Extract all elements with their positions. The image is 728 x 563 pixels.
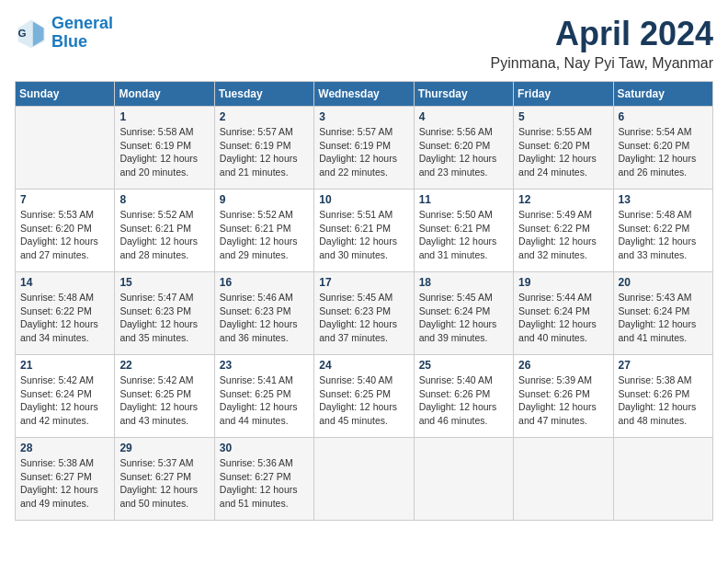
calendar-cell: 9Sunrise: 5:52 AM Sunset: 6:21 PM Daylig…	[214, 190, 313, 272]
day-number: 14	[20, 276, 109, 289]
calendar-col-header: Monday	[115, 82, 214, 107]
calendar-cell: 11Sunrise: 5:50 AM Sunset: 6:21 PM Dayli…	[414, 190, 513, 272]
day-number: 7	[20, 193, 109, 206]
day-number: 20	[619, 276, 708, 289]
calendar-cell	[16, 107, 115, 190]
day-info: Sunrise: 5:38 AM Sunset: 6:27 PM Dayligh…	[20, 456, 109, 511]
calendar-cell	[314, 438, 414, 521]
day-info: Sunrise: 5:47 AM Sunset: 6:23 PM Dayligh…	[119, 291, 209, 345]
day-number: 13	[619, 193, 708, 206]
day-number: 3	[319, 110, 408, 123]
day-number: 28	[20, 442, 109, 454]
day-number: 27	[619, 359, 708, 372]
day-info: Sunrise: 5:55 AM Sunset: 6:20 PM Dayligh…	[518, 125, 608, 179]
calendar-cell: 1Sunrise: 5:58 AM Sunset: 6:19 PM Daylig…	[115, 107, 214, 190]
calendar-cell: 23Sunrise: 5:41 AM Sunset: 6:25 PM Dayli…	[214, 355, 313, 438]
calendar-cell: 13Sunrise: 5:48 AM Sunset: 6:22 PM Dayli…	[613, 190, 712, 272]
calendar-cell: 25Sunrise: 5:40 AM Sunset: 6:26 PM Dayli…	[414, 355, 513, 438]
day-info: Sunrise: 5:51 AM Sunset: 6:21 PM Dayligh…	[319, 208, 408, 262]
day-info: Sunrise: 5:43 AM Sunset: 6:24 PM Dayligh…	[619, 291, 708, 345]
calendar-cell: 7Sunrise: 5:53 AM Sunset: 6:20 PM Daylig…	[16, 190, 115, 272]
logo: G General Blue	[15, 15, 113, 52]
calendar-col-header: Sunday	[16, 82, 115, 107]
day-number: 26	[518, 359, 608, 372]
calendar-cell: 28Sunrise: 5:38 AM Sunset: 6:27 PM Dayli…	[16, 438, 115, 521]
calendar-cell	[414, 438, 513, 521]
calendar-cell: 15Sunrise: 5:47 AM Sunset: 6:23 PM Dayli…	[115, 272, 214, 355]
calendar-cell: 2Sunrise: 5:57 AM Sunset: 6:19 PM Daylig…	[214, 107, 313, 190]
calendar-cell: 20Sunrise: 5:43 AM Sunset: 6:24 PM Dayli…	[613, 272, 712, 355]
day-info: Sunrise: 5:38 AM Sunset: 6:26 PM Dayligh…	[619, 373, 708, 428]
day-info: Sunrise: 5:45 AM Sunset: 6:24 PM Dayligh…	[419, 291, 508, 345]
day-number: 1	[119, 110, 209, 123]
calendar-cell: 10Sunrise: 5:51 AM Sunset: 6:21 PM Dayli…	[314, 190, 414, 272]
svg-marker-1	[33, 21, 44, 46]
calendar-cell: 27Sunrise: 5:38 AM Sunset: 6:26 PM Dayli…	[613, 355, 712, 438]
day-number: 9	[220, 193, 309, 206]
day-info: Sunrise: 5:53 AM Sunset: 6:20 PM Dayligh…	[20, 208, 109, 262]
day-info: Sunrise: 5:44 AM Sunset: 6:24 PM Dayligh…	[518, 291, 608, 345]
calendar-cell: 4Sunrise: 5:56 AM Sunset: 6:20 PM Daylig…	[414, 107, 513, 190]
calendar-cell: 3Sunrise: 5:57 AM Sunset: 6:19 PM Daylig…	[314, 107, 414, 190]
day-number: 11	[419, 193, 508, 206]
day-info: Sunrise: 5:57 AM Sunset: 6:19 PM Dayligh…	[319, 125, 408, 179]
day-info: Sunrise: 5:42 AM Sunset: 6:24 PM Dayligh…	[20, 373, 109, 428]
day-info: Sunrise: 5:40 AM Sunset: 6:26 PM Dayligh…	[419, 373, 508, 428]
day-info: Sunrise: 5:39 AM Sunset: 6:26 PM Dayligh…	[518, 373, 608, 428]
day-number: 30	[220, 442, 309, 454]
calendar-cell: 30Sunrise: 5:36 AM Sunset: 6:27 PM Dayli…	[214, 438, 313, 521]
day-number: 19	[518, 276, 608, 289]
day-number: 10	[319, 193, 408, 206]
day-number: 5	[518, 110, 608, 123]
calendar-cell: 24Sunrise: 5:40 AM Sunset: 6:25 PM Dayli…	[314, 355, 414, 438]
day-info: Sunrise: 5:52 AM Sunset: 6:21 PM Dayligh…	[220, 208, 309, 262]
calendar-cell: 26Sunrise: 5:39 AM Sunset: 6:26 PM Dayli…	[514, 355, 613, 438]
day-info: Sunrise: 5:58 AM Sunset: 6:19 PM Dayligh…	[119, 125, 209, 179]
day-number: 12	[518, 193, 608, 206]
day-info: Sunrise: 5:50 AM Sunset: 6:21 PM Dayligh…	[419, 208, 508, 262]
calendar-col-header: Tuesday	[214, 82, 313, 107]
day-number: 17	[319, 276, 408, 289]
day-number: 22	[119, 359, 209, 372]
day-info: Sunrise: 5:41 AM Sunset: 6:25 PM Dayligh…	[220, 373, 309, 428]
day-info: Sunrise: 5:48 AM Sunset: 6:22 PM Dayligh…	[20, 291, 109, 345]
page-header: G General Blue April 2024 Pyinmana, Nay …	[15, 15, 713, 72]
day-info: Sunrise: 5:37 AM Sunset: 6:27 PM Dayligh…	[119, 456, 209, 511]
calendar-cell: 12Sunrise: 5:49 AM Sunset: 6:22 PM Dayli…	[514, 190, 613, 272]
day-number: 25	[419, 359, 508, 372]
svg-text:G: G	[18, 26, 27, 38]
logo-icon: G	[15, 17, 48, 50]
day-info: Sunrise: 5:49 AM Sunset: 6:22 PM Dayligh…	[518, 208, 608, 262]
calendar-col-header: Friday	[514, 82, 613, 107]
day-info: Sunrise: 5:36 AM Sunset: 6:27 PM Dayligh…	[220, 456, 309, 511]
calendar-cell: 14Sunrise: 5:48 AM Sunset: 6:22 PM Dayli…	[16, 272, 115, 355]
day-info: Sunrise: 5:45 AM Sunset: 6:23 PM Dayligh…	[319, 291, 408, 345]
day-number: 2	[220, 110, 309, 123]
day-number: 15	[119, 276, 209, 289]
calendar-cell: 6Sunrise: 5:54 AM Sunset: 6:20 PM Daylig…	[613, 107, 712, 190]
main-title: April 2024	[491, 15, 713, 53]
calendar-col-header: Saturday	[613, 82, 712, 107]
calendar-col-header: Thursday	[414, 82, 513, 107]
day-info: Sunrise: 5:52 AM Sunset: 6:21 PM Dayligh…	[119, 208, 209, 262]
calendar-cell: 16Sunrise: 5:46 AM Sunset: 6:23 PM Dayli…	[214, 272, 313, 355]
day-number: 16	[220, 276, 309, 289]
day-info: Sunrise: 5:56 AM Sunset: 6:20 PM Dayligh…	[419, 125, 508, 179]
day-info: Sunrise: 5:48 AM Sunset: 6:22 PM Dayligh…	[619, 208, 708, 262]
day-info: Sunrise: 5:42 AM Sunset: 6:25 PM Dayligh…	[119, 373, 209, 428]
day-info: Sunrise: 5:40 AM Sunset: 6:25 PM Dayligh…	[319, 373, 408, 428]
day-info: Sunrise: 5:54 AM Sunset: 6:20 PM Dayligh…	[619, 125, 708, 179]
calendar-body: 1Sunrise: 5:58 AM Sunset: 6:19 PM Daylig…	[16, 107, 713, 521]
calendar-cell: 8Sunrise: 5:52 AM Sunset: 6:21 PM Daylig…	[115, 190, 214, 272]
day-number: 29	[119, 442, 209, 454]
calendar-cell: 22Sunrise: 5:42 AM Sunset: 6:25 PM Dayli…	[115, 355, 214, 438]
calendar-cell: 18Sunrise: 5:45 AM Sunset: 6:24 PM Dayli…	[414, 272, 513, 355]
calendar-header: SundayMondayTuesdayWednesdayThursdayFrid…	[16, 82, 713, 107]
day-info: Sunrise: 5:46 AM Sunset: 6:23 PM Dayligh…	[220, 291, 309, 345]
calendar-cell: 21Sunrise: 5:42 AM Sunset: 6:24 PM Dayli…	[16, 355, 115, 438]
day-info: Sunrise: 5:57 AM Sunset: 6:19 PM Dayligh…	[220, 125, 309, 179]
subtitle: Pyinmana, Nay Pyi Taw, Myanmar	[491, 55, 713, 72]
title-block: April 2024 Pyinmana, Nay Pyi Taw, Myanma…	[491, 15, 713, 72]
day-number: 24	[319, 359, 408, 372]
calendar-cell: 29Sunrise: 5:37 AM Sunset: 6:27 PM Dayli…	[115, 438, 214, 521]
